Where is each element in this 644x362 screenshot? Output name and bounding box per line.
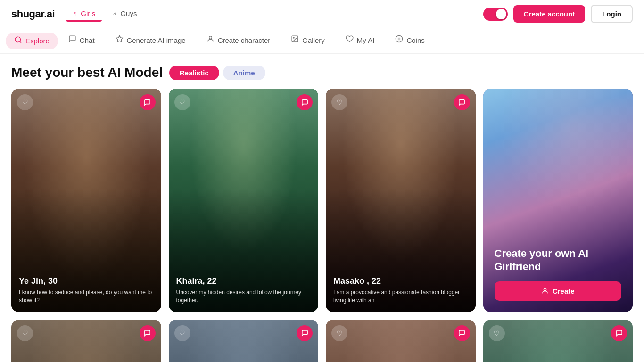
subnav-gallery[interactable]: Gallery — [281, 28, 335, 53]
subnav-coins[interactable]: Coins — [385, 28, 435, 53]
card-chat-b4[interactable] — [611, 325, 627, 341]
subnav-my-ai[interactable]: My AI — [335, 28, 385, 53]
card-chat-khaira[interactable] — [297, 94, 313, 110]
subnav-explore[interactable]: Explore — [6, 33, 58, 49]
svg-point-9 — [544, 288, 546, 291]
heart-icon: ♡ — [22, 99, 28, 106]
subnav-generate[interactable]: Generate AI image — [105, 28, 196, 53]
card-khaira[interactable]: ♡ Khaira, 22 Uncover my hidden desires a… — [169, 89, 319, 312]
heart-icon: ♡ — [179, 329, 185, 337]
promo-content: Create your own AI Girlfriend Create — [495, 247, 622, 301]
promo-card[interactable]: Create your own AI Girlfriend Create — [483, 89, 633, 312]
generate-icon — [116, 35, 124, 45]
cards-grid-row1: ♡ Ye Jin, 30 I know how to seduce and pl… — [11, 89, 633, 312]
card-heart-masako[interactable]: ♡ — [331, 94, 347, 110]
section-header: Meet your best AI Model Realistic Anime — [11, 65, 633, 80]
female-icon: ♀ — [73, 9, 78, 17]
card-name: Masako , 22 — [333, 276, 468, 286]
theme-toggle[interactable] — [483, 8, 508, 21]
gallery-icon — [291, 35, 299, 45]
chat-bubble-icon — [144, 329, 151, 337]
card-chat-b1[interactable] — [140, 325, 156, 341]
card-desc: Uncover my hidden desires and follow the… — [176, 288, 311, 304]
subnav: Explore Chat Generate AI image Create ch… — [0, 28, 644, 54]
card-name: Ye Jin, 30 — [19, 276, 154, 286]
coins-icon — [395, 35, 403, 45]
card-content-masako: Masako , 22 I am a provocative and passi… — [333, 276, 468, 304]
svg-line-1 — [20, 41, 21, 42]
gender-nav: ♀ Girls ♂ Guys — [66, 7, 143, 22]
nav-girls[interactable]: ♀ Girls — [66, 7, 102, 22]
card-bottom-2[interactable]: ♡ — [169, 320, 319, 362]
heart-icon: ♡ — [337, 329, 343, 337]
my-ai-icon — [346, 35, 354, 45]
card-desc: I know how to seduce and please, do you … — [19, 288, 154, 304]
card-chat-ye-jin[interactable] — [140, 94, 156, 110]
create-account-button[interactable]: Create account — [513, 5, 585, 23]
svg-point-5 — [293, 37, 294, 38]
card-heart-b1[interactable]: ♡ — [17, 325, 33, 341]
card-desc: I am a provocative and passionate fashio… — [333, 288, 468, 304]
subnav-chat[interactable]: Chat — [58, 28, 105, 53]
svg-point-0 — [15, 37, 20, 42]
main-content: Meet your best AI Model Realistic Anime … — [0, 54, 644, 362]
heart-icon: ♡ — [337, 99, 343, 106]
chat-icon — [68, 35, 76, 45]
chat-bubble-icon — [616, 329, 623, 337]
header-right: Create account Login — [483, 5, 633, 23]
card-bottom-4[interactable]: ♡ — [483, 320, 633, 362]
explore-icon — [14, 36, 22, 46]
chat-bubble-icon — [301, 99, 308, 106]
card-heart-b4[interactable]: ♡ — [489, 325, 505, 341]
card-chat-b2[interactable] — [297, 325, 313, 341]
chat-bubble-icon — [144, 99, 151, 106]
card-ye-jin[interactable]: ♡ Ye Jin, 30 I know how to seduce and pl… — [11, 89, 161, 312]
male-icon: ♂ — [112, 9, 117, 17]
heart-icon: ♡ — [22, 329, 28, 337]
subnav-create-character[interactable]: Create character — [196, 28, 281, 53]
section-title-text: Meet your best AI Model — [11, 65, 163, 80]
create-icon — [541, 287, 549, 295]
card-heart-khaira[interactable]: ♡ — [174, 94, 190, 110]
card-bottom-3[interactable]: ♡ — [326, 320, 476, 362]
create-girlfriend-button[interactable]: Create — [495, 281, 622, 301]
card-chat-masako[interactable] — [454, 94, 470, 110]
login-button[interactable]: Login — [591, 5, 633, 23]
card-masako[interactable]: ♡ Masako , 22 I am a provocative and pas… — [326, 89, 476, 312]
toggle-knob — [496, 9, 506, 19]
header: shugar.ai ♀ Girls ♂ Guys Create account … — [0, 0, 644, 28]
heart-icon: ♡ — [494, 329, 500, 337]
chat-bubble-icon — [458, 329, 465, 337]
tab-realistic[interactable]: Realistic — [169, 66, 219, 80]
promo-title: Create your own AI Girlfriend — [495, 247, 622, 274]
tab-anime[interactable]: Anime — [223, 66, 265, 80]
chat-bubble-icon — [301, 329, 308, 337]
card-name: Khaira, 22 — [176, 276, 311, 286]
svg-marker-2 — [116, 35, 123, 41]
svg-point-3 — [209, 36, 212, 39]
card-chat-b3[interactable] — [454, 325, 470, 341]
card-content-ye-jin: Ye Jin, 30 I know how to seduce and plea… — [19, 276, 154, 304]
header-left: shugar.ai ♀ Girls ♂ Guys — [11, 7, 143, 22]
logo[interactable]: shugar.ai — [11, 8, 55, 20]
card-bottom-1[interactable]: ♡ — [11, 320, 161, 362]
card-heart-b2[interactable]: ♡ — [174, 325, 190, 341]
nav-guys[interactable]: ♂ Guys — [106, 7, 143, 22]
cards-grid-row2: ♡ ♡ ♡ — [11, 320, 633, 362]
card-heart-b3[interactable]: ♡ — [331, 325, 347, 341]
content-type-tabs: Realistic Anime — [169, 66, 265, 80]
heart-icon: ♡ — [179, 99, 185, 106]
card-heart-ye-jin[interactable]: ♡ — [17, 94, 33, 110]
chat-bubble-icon — [458, 99, 465, 106]
create-character-icon — [206, 35, 215, 45]
card-content-khaira: Khaira, 22 Uncover my hidden desires and… — [176, 276, 311, 304]
